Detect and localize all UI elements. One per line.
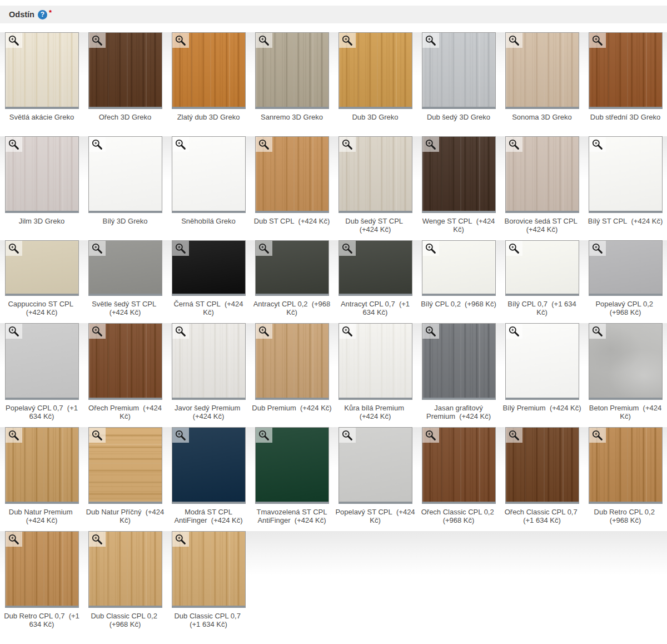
swatch-tile[interactable] bbox=[339, 136, 412, 213]
zoom-button[interactable] bbox=[506, 428, 522, 443]
swatch-cell: Cappuccino ST CPL (+424 Kč) bbox=[0, 240, 83, 316]
swatch-label: Dub Premium (+424 Kč) bbox=[250, 404, 333, 420]
swatch-label: Dub ST CPL (+424 Kč) bbox=[252, 217, 332, 234]
swatch-tile[interactable] bbox=[172, 240, 246, 296]
swatch-tile[interactable] bbox=[255, 427, 329, 504]
swatch-tile[interactable] bbox=[589, 323, 663, 400]
zoom-button[interactable] bbox=[339, 241, 356, 256]
zoom-button[interactable] bbox=[172, 428, 189, 443]
section-title: Odstín bbox=[9, 10, 34, 19]
zoom-button[interactable] bbox=[6, 241, 22, 256]
zoom-button[interactable] bbox=[172, 33, 189, 48]
zoom-button[interactable] bbox=[256, 324, 272, 339]
zoom-button[interactable] bbox=[589, 324, 606, 339]
zoom-button[interactable] bbox=[89, 324, 106, 339]
zoom-button[interactable] bbox=[89, 137, 106, 152]
swatch-tile[interactable] bbox=[255, 32, 329, 109]
zoom-button[interactable] bbox=[172, 137, 189, 152]
swatch-tile[interactable] bbox=[505, 136, 579, 213]
zoom-button[interactable] bbox=[506, 33, 522, 48]
swatch-tile[interactable] bbox=[5, 531, 79, 608]
swatch-tile[interactable] bbox=[422, 240, 496, 296]
swatch-tile[interactable] bbox=[505, 32, 579, 109]
magnifier-icon bbox=[341, 138, 353, 150]
swatch-tile[interactable] bbox=[172, 136, 246, 213]
swatch-tile[interactable] bbox=[88, 136, 162, 213]
zoom-button[interactable] bbox=[589, 137, 606, 152]
swatch-label: Bílý CPL 0,2 (+968 Kč) bbox=[419, 300, 498, 316]
zoom-button[interactable] bbox=[506, 324, 522, 339]
swatch-tile[interactable] bbox=[255, 323, 329, 400]
swatch-row: Dub Natur Premium (+424 Kč)Dub Natur Pří… bbox=[0, 427, 667, 524]
zoom-button[interactable] bbox=[89, 428, 106, 443]
zoom-button[interactable] bbox=[89, 241, 106, 256]
swatch-tile[interactable] bbox=[88, 531, 162, 608]
zoom-button[interactable] bbox=[6, 137, 22, 152]
swatch-tile[interactable] bbox=[5, 136, 79, 213]
zoom-button[interactable] bbox=[589, 241, 606, 256]
swatch-tile[interactable] bbox=[505, 323, 579, 400]
zoom-button[interactable] bbox=[422, 241, 439, 256]
zoom-button[interactable] bbox=[172, 324, 189, 339]
swatch-tile[interactable] bbox=[255, 136, 329, 213]
zoom-button[interactable] bbox=[256, 241, 272, 256]
swatch-tile[interactable] bbox=[589, 240, 663, 296]
zoom-button[interactable] bbox=[339, 324, 356, 339]
swatch-tile[interactable] bbox=[88, 240, 162, 296]
swatch-tile[interactable] bbox=[255, 240, 329, 296]
zoom-button[interactable] bbox=[339, 137, 356, 152]
swatch-tile[interactable] bbox=[172, 531, 246, 608]
swatch-tile[interactable] bbox=[5, 32, 79, 109]
swatch-tile[interactable] bbox=[88, 323, 162, 400]
zoom-button[interactable] bbox=[6, 428, 22, 443]
swatch-tile[interactable] bbox=[589, 32, 663, 109]
swatch-label: Dub Retro CPL 0,7 (+1 634 Kč) bbox=[0, 612, 83, 628]
zoom-button[interactable] bbox=[6, 33, 22, 48]
help-icon[interactable]: ? bbox=[38, 10, 47, 19]
zoom-button[interactable] bbox=[589, 33, 606, 48]
swatch-tile[interactable] bbox=[339, 427, 412, 504]
zoom-button[interactable] bbox=[589, 428, 606, 443]
swatch-tile[interactable] bbox=[422, 32, 496, 109]
zoom-button[interactable] bbox=[172, 241, 189, 256]
zoom-button[interactable] bbox=[339, 33, 356, 48]
magnifier-icon bbox=[591, 242, 603, 254]
zoom-button[interactable] bbox=[422, 33, 439, 48]
swatch-tile[interactable] bbox=[5, 323, 79, 400]
zoom-button[interactable] bbox=[339, 428, 356, 443]
swatch-tile[interactable] bbox=[5, 240, 79, 296]
zoom-button[interactable] bbox=[89, 532, 106, 547]
swatch-tile[interactable] bbox=[339, 32, 412, 109]
zoom-button[interactable] bbox=[422, 324, 439, 339]
swatch-tile[interactable] bbox=[589, 427, 663, 504]
swatch-tile[interactable] bbox=[172, 32, 246, 109]
swatch-tile[interactable] bbox=[422, 323, 496, 400]
zoom-button[interactable] bbox=[89, 33, 106, 48]
zoom-button[interactable] bbox=[422, 137, 439, 152]
zoom-button[interactable] bbox=[506, 241, 522, 256]
swatch-tile[interactable] bbox=[339, 240, 412, 296]
swatch-tile[interactable] bbox=[172, 427, 246, 504]
swatch-tile[interactable] bbox=[589, 136, 663, 213]
swatch-tile[interactable] bbox=[505, 427, 579, 504]
magnifier-icon bbox=[508, 34, 520, 46]
zoom-button[interactable] bbox=[506, 137, 522, 152]
zoom-button[interactable] bbox=[256, 33, 272, 48]
swatch-tile[interactable] bbox=[422, 427, 496, 504]
swatch-tile[interactable] bbox=[5, 427, 79, 504]
swatch-tile[interactable] bbox=[339, 323, 412, 400]
swatch-tile[interactable] bbox=[172, 323, 246, 400]
swatch-tile[interactable] bbox=[88, 427, 162, 504]
zoom-button[interactable] bbox=[422, 428, 439, 443]
swatch-label: Popelavý CPL 0,7 (+1 634 Kč) bbox=[0, 404, 83, 420]
zoom-button[interactable] bbox=[256, 428, 272, 443]
swatch-tile[interactable] bbox=[505, 240, 579, 296]
zoom-button[interactable] bbox=[172, 532, 189, 547]
zoom-button[interactable] bbox=[6, 324, 22, 339]
swatch-label: Ořech 3D Greko bbox=[97, 113, 153, 130]
swatch-tile[interactable] bbox=[88, 32, 162, 109]
magnifier-icon bbox=[341, 242, 353, 254]
zoom-button[interactable] bbox=[6, 532, 22, 547]
zoom-button[interactable] bbox=[256, 137, 272, 152]
swatch-tile[interactable] bbox=[422, 136, 496, 213]
